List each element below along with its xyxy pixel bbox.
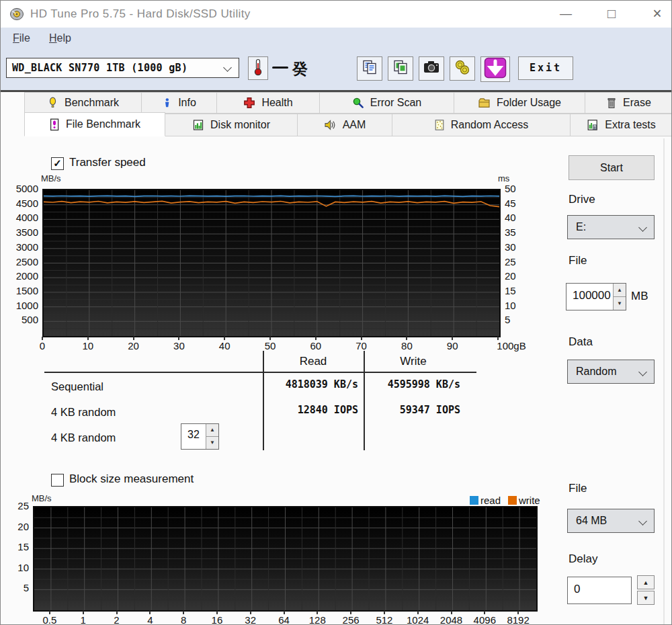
block-file-select[interactable]: 64 MB <box>567 509 655 533</box>
tab-folder-usage[interactable]: Folder Usage <box>454 92 585 114</box>
screenshot-button[interactable] <box>419 56 444 81</box>
axis-tickmark <box>315 337 317 340</box>
axis-tickmark <box>87 337 89 340</box>
table-row-label: 4 KB random <box>51 431 116 444</box>
axis-tickmark <box>284 611 285 614</box>
axis-tickmark <box>497 337 499 340</box>
tab-health[interactable]: Health <box>217 92 320 114</box>
tab-error-scan[interactable]: Error Scan <box>320 92 454 114</box>
temperature-value: 癸 <box>292 58 308 79</box>
menu-file[interactable]: File <box>9 28 34 50</box>
axis-tickmark <box>451 611 452 614</box>
random-write-value: 59347 IOPS <box>366 404 460 416</box>
file-size-value: 100000 <box>566 284 613 310</box>
drive-select[interactable]: E: <box>567 215 655 239</box>
tab-label: Benchmark <box>65 97 119 109</box>
read-swatch-icon <box>470 496 478 505</box>
delay-value: 0 <box>568 577 631 603</box>
tab-file-benchmark[interactable]: File Benchmark <box>24 112 165 136</box>
tab-label: Extra tests <box>605 119 656 131</box>
x-axis-tick: 60 <box>296 340 336 351</box>
extra-tests-icon <box>587 119 599 131</box>
download-arrow-icon <box>484 57 507 81</box>
tab-erase[interactable]: Erase <box>585 92 672 114</box>
menu-help[interactable]: Help <box>45 28 75 50</box>
y-axis-left-tick: 2500 <box>1 256 38 267</box>
file-size-down-button[interactable]: ▼ <box>614 297 626 310</box>
delay-input[interactable]: 0 <box>567 577 632 604</box>
transfer-speed-checkbox[interactable]: ✓ <box>51 157 64 170</box>
data-pattern-value: Random <box>576 366 616 378</box>
data-pattern-select[interactable]: Random <box>567 360 655 384</box>
y-axis-left-tick: 4500 <box>1 198 38 209</box>
device-selector[interactable]: WD_BLACK SN770 1TB (1000 gB) <box>6 58 239 78</box>
temperature-dash <box>272 67 288 69</box>
y-axis-right-tick: 30 <box>505 241 516 253</box>
queue-depth-up-button[interactable]: ▲ <box>206 424 218 437</box>
maximize-button[interactable]: □ <box>600 1 623 28</box>
thermometer-icon <box>252 58 264 79</box>
axis-tickmark <box>83 611 84 614</box>
axis-tickmark <box>183 611 184 614</box>
chevron-down-icon <box>223 63 232 72</box>
tab-extra-tests[interactable]: Extra tests <box>571 114 672 136</box>
tab-label: Error Scan <box>370 97 421 109</box>
copy-image-button[interactable] <box>388 56 413 81</box>
tab-aam[interactable]: AAM <box>298 114 392 136</box>
file-size-unit: MB <box>631 290 648 303</box>
y-axis-right-tick: 40 <box>505 212 516 223</box>
tab-random-access[interactable]: Random Access <box>392 114 571 136</box>
x-axis-tick: 8192 <box>498 614 538 625</box>
tab-row-1: BenchmarkInfoHealthError ScanFolder Usag… <box>24 92 672 114</box>
file-size-up-button[interactable]: ▲ <box>614 284 626 297</box>
tab-label: Folder Usage <box>497 97 561 109</box>
block-size-checkbox[interactable] <box>51 474 64 487</box>
copy-text-button[interactable] <box>357 56 382 81</box>
legend-label: read <box>480 495 501 506</box>
queue-depth-value: 32 <box>181 424 206 449</box>
tab-benchmark[interactable]: Benchmark <box>24 92 142 114</box>
queue-depth-down-button[interactable]: ▼ <box>206 437 218 449</box>
chevron-down-icon <box>638 517 647 526</box>
top-chart-right-unit: ms <box>498 173 509 183</box>
table-header-rule <box>44 372 476 373</box>
x-axis-tick: 20 <box>114 340 154 351</box>
y-axis-left-tick: 2000 <box>1 270 38 282</box>
queue-depth-stepper[interactable]: 32 ▲ ▼ <box>181 423 219 450</box>
tab-disk-monitor[interactable]: Disk monitor <box>165 114 298 136</box>
file-size-stepper[interactable]: 100000 ▲ ▼ <box>566 283 626 310</box>
axis-tickmark <box>417 611 419 614</box>
x-axis-tick: 40 <box>204 340 245 351</box>
save-results-button[interactable] <box>450 56 475 81</box>
y-axis-right-tick: 50 <box>505 183 516 194</box>
axis-tickmark <box>149 611 151 614</box>
window-title: HD Tune Pro 5.75 - Hard Disk/SSD Utility <box>30 1 251 28</box>
minimize-button[interactable]: — <box>554 1 577 28</box>
y-axis-right-tick: 20 <box>505 270 516 282</box>
random-read-value: 12840 IOPS <box>264 404 358 416</box>
axis-tickmark <box>178 337 179 340</box>
tab-label: Random Access <box>451 119 529 131</box>
axis-tickmark <box>384 611 385 614</box>
title-bar: HD Tune Pro 5.75 - Hard Disk/SSD Utility… <box>1 1 672 28</box>
temperature-button[interactable] <box>248 56 268 80</box>
y-axis-left-tick: 1500 <box>1 285 38 296</box>
axis-tickmark <box>269 337 271 340</box>
block-size-chart <box>33 506 538 612</box>
table-header-write: Write <box>365 355 462 368</box>
delay-up-button[interactable]: ▲ <box>637 575 655 589</box>
tab-label: Erase <box>623 97 651 109</box>
axis-tickmark <box>484 611 485 614</box>
delay-down-button[interactable]: ▼ <box>637 591 655 605</box>
tab-info[interactable]: Info <box>142 92 217 114</box>
close-button[interactable]: × <box>646 1 669 28</box>
x-axis-tick: 80 <box>386 340 427 351</box>
download-button[interactable] <box>480 56 510 82</box>
exit-button[interactable]: Exit <box>518 56 573 80</box>
y-axis-tick: 20 <box>1 521 29 532</box>
y-axis-tick: 5 <box>1 582 29 593</box>
sequential-write-value: 4595998 KB/s <box>366 378 460 390</box>
start-button[interactable]: Start <box>569 155 655 180</box>
erase-icon <box>606 97 617 109</box>
transfer-speed-label: Transfer speed <box>69 156 146 169</box>
